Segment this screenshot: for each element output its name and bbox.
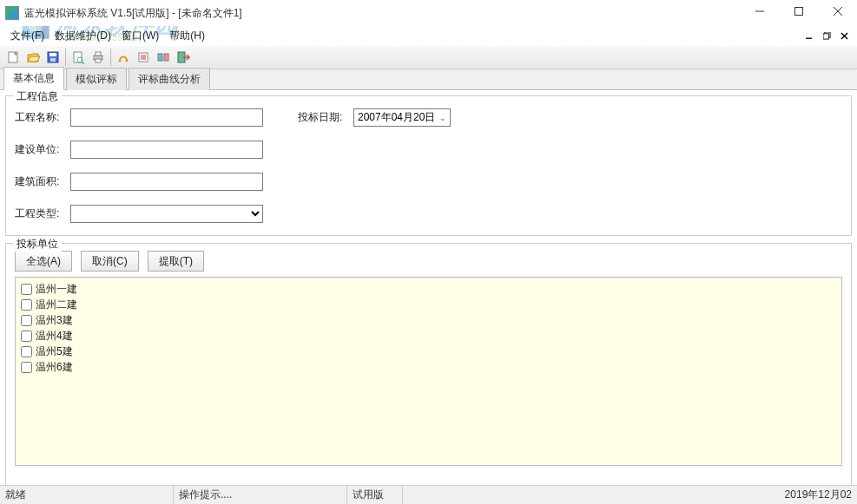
svg-rect-13 (50, 58, 56, 62)
tab-simulate[interactable]: 模似评标 (66, 68, 127, 90)
open-file-icon[interactable] (23, 48, 43, 67)
save-icon[interactable] (43, 48, 63, 67)
bid-date-value: 2007年04月20日 (358, 110, 435, 125)
exit-icon[interactable] (174, 48, 193, 67)
svg-point-21 (126, 60, 129, 62)
tool2-icon[interactable] (134, 48, 153, 67)
tool1-icon[interactable] (114, 48, 133, 67)
project-legend: 工程信息 (13, 89, 62, 104)
toolbar-separator (65, 49, 66, 66)
select-all-button[interactable]: 全选(A) (15, 251, 72, 272)
builder-input[interactable] (70, 141, 263, 159)
bidder-item[interactable]: 温州6建 (21, 359, 836, 375)
type-select[interactable] (70, 205, 263, 223)
type-label: 工程类型: (15, 206, 70, 221)
area-label: 建筑面积: (15, 174, 70, 189)
bidder-item[interactable]: 温州5建 (21, 344, 836, 359)
mdi-restore-button[interactable] (819, 29, 834, 43)
menu-help[interactable]: 帮助(H) (164, 26, 210, 46)
project-name-input[interactable] (70, 108, 263, 127)
tab-basic-info[interactable]: 基本信息 (3, 67, 64, 90)
bidder-item[interactable]: 温州一建 (21, 281, 836, 297)
print-icon[interactable] (89, 48, 108, 67)
svg-rect-7 (823, 33, 828, 38)
area-input[interactable] (70, 173, 263, 191)
project-info-fieldset: 工程信息 工程名称: 投标日期: 2007年04月20日 ⌄ 建设单位: 建筑面… (5, 95, 852, 236)
menu-file[interactable]: 文件(F) (5, 26, 49, 46)
bidders-checklist[interactable]: 温州一建温州二建温州3建温州4建温州5建温州6建 (15, 277, 842, 466)
svg-point-20 (119, 60, 122, 62)
bidder-item[interactable]: 温州3建 (21, 312, 836, 328)
maximize-button[interactable] (779, 0, 818, 23)
status-ready: 就绪 (0, 486, 174, 504)
svg-rect-19 (96, 59, 101, 62)
bidder-label: 温州6建 (36, 360, 73, 375)
bid-date-select[interactable]: 2007年04月20日 ⌄ (353, 108, 451, 127)
content-area: 工程信息 工程名称: 投标日期: 2007年04月20日 ⌄ 建设单位: 建筑面… (0, 90, 857, 486)
bidder-label: 温州3建 (36, 313, 73, 328)
tab-curve[interactable]: 评标曲线分析 (129, 68, 210, 90)
svg-rect-2 (794, 8, 802, 16)
bidders-legend: 投标单位 (13, 237, 62, 252)
tab-bar: 基本信息 模似评标 评标曲线分析 (0, 69, 857, 90)
close-button[interactable] (818, 0, 857, 23)
status-date: 2019年12月02 (403, 486, 857, 504)
bidders-fieldset: 投标单位 全选(A) 取消(C) 提取(T) 温州一建温州二建温州3建温州4建温… (5, 243, 852, 486)
bidder-item[interactable]: 温州二建 (21, 297, 836, 312)
new-file-icon[interactable] (3, 48, 23, 67)
svg-rect-27 (164, 54, 168, 61)
builder-label: 建设单位: (15, 142, 70, 157)
bidder-checkbox[interactable] (21, 362, 32, 373)
statusbar: 就绪 操作提示.... 试用版 2019年12月02 (0, 485, 857, 504)
bidder-item[interactable]: 温州4建 (21, 328, 836, 344)
bidder-checkbox[interactable] (21, 331, 32, 342)
project-name-label: 工程名称: (15, 110, 70, 125)
tool3-icon[interactable] (154, 48, 173, 67)
mdi-close-button[interactable] (836, 29, 852, 43)
bidder-label: 温州一建 (36, 282, 77, 297)
preview-icon[interactable] (69, 48, 88, 67)
bidder-checkbox[interactable] (21, 315, 32, 326)
svg-rect-12 (49, 53, 56, 56)
mdi-minimize-button[interactable] (801, 29, 817, 43)
window-title: 蓝光模拟评标系统 V1.5[试用版] - [未命名文件1] (24, 6, 242, 21)
svg-rect-26 (158, 54, 162, 61)
bidder-checkbox[interactable] (21, 299, 32, 311)
status-edition: 试用版 (347, 486, 403, 504)
bidder-label: 温州4建 (36, 329, 73, 344)
cancel-button[interactable]: 取消(C) (81, 251, 139, 272)
status-hint: 操作提示.... (174, 486, 347, 504)
bidder-checkbox[interactable] (21, 284, 32, 295)
svg-line-16 (82, 62, 84, 64)
menubar: 文件(F) 数据维护(D) 窗口(W) 帮助(H) (0, 26, 857, 45)
chevron-down-icon: ⌄ (439, 114, 446, 122)
menu-data[interactable]: 数据维护(D) (49, 26, 116, 46)
toolbar (0, 45, 857, 69)
app-icon (5, 6, 19, 20)
svg-rect-18 (96, 52, 101, 56)
titlebar: 蓝光模拟评标系统 V1.5[试用版] - [未命名文件1] (0, 0, 857, 26)
menu-window[interactable]: 窗口(W) (116, 26, 164, 46)
bid-date-label: 投标日期: (298, 110, 353, 125)
minimize-button[interactable] (740, 0, 779, 23)
bidder-label: 温州5建 (36, 344, 73, 359)
bidder-checkbox[interactable] (21, 346, 32, 357)
extract-button[interactable]: 提取(T) (148, 251, 204, 272)
toolbar-separator (110, 49, 111, 66)
bidder-label: 温州二建 (36, 298, 77, 312)
